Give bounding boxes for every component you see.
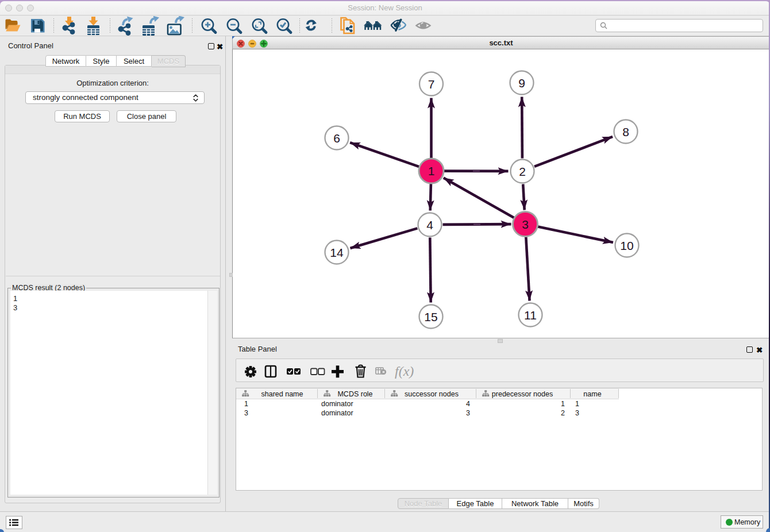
svg-text:14: 14 bbox=[330, 246, 344, 259]
svg-text:predecessor nodes: predecessor nodes bbox=[492, 390, 553, 398]
svg-text:11: 11 bbox=[524, 309, 537, 322]
svg-text:10: 10 bbox=[620, 239, 633, 252]
svg-text:3: 3 bbox=[522, 218, 529, 231]
svg-text:successor nodes: successor nodes bbox=[405, 390, 459, 398]
svg-text:shared name: shared name bbox=[261, 390, 303, 398]
svg-text:1: 1 bbox=[428, 164, 435, 178]
svg-text:6: 6 bbox=[333, 132, 340, 145]
svg-text:f(x): f(x) bbox=[395, 364, 414, 379]
svg-text:MCDS role: MCDS role bbox=[337, 390, 372, 398]
svg-text:8: 8 bbox=[622, 125, 629, 138]
svg-text:15: 15 bbox=[424, 310, 437, 323]
svg-text:4: 4 bbox=[426, 218, 433, 232]
svg-text:2: 2 bbox=[519, 165, 526, 178]
svg-text:7: 7 bbox=[428, 78, 435, 91]
svg-text:9: 9 bbox=[518, 76, 525, 90]
svg-text:name: name bbox=[583, 390, 601, 398]
